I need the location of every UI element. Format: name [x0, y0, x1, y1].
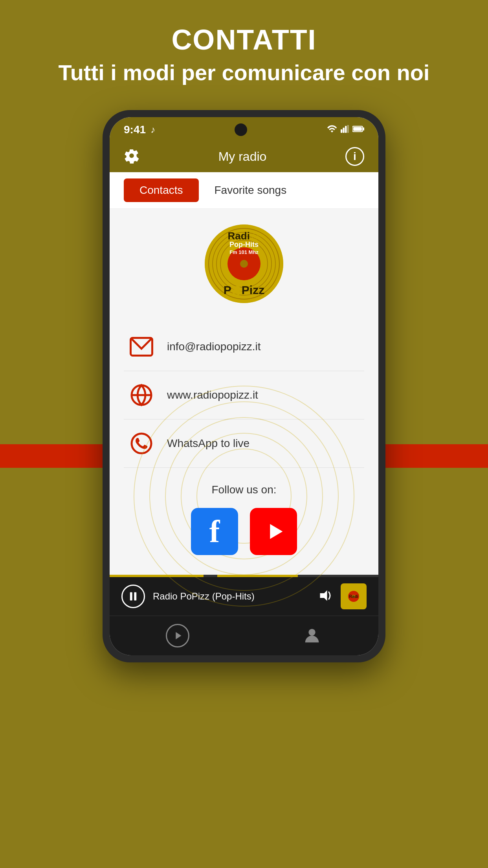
player-thumb-text: Radi — [349, 594, 358, 599]
pause-icon — [128, 591, 139, 602]
svg-marker-30 — [176, 632, 181, 640]
contact-list: info@radiopopizz.it www.radiopopizz.it — [124, 323, 364, 468]
progress-fill-2 — [217, 575, 298, 577]
email-text: info@radiopopizz.it — [167, 340, 261, 353]
radio-subtext: Pop-HitsFm 101 Mhz — [229, 241, 259, 255]
email-icon — [128, 333, 155, 360]
nav-profile-icon — [302, 625, 322, 646]
whatsapp-text: WhatsApp to live — [167, 437, 250, 450]
signal-icon — [341, 125, 349, 134]
svg-rect-2 — [345, 126, 347, 133]
nav-play-icon — [172, 630, 183, 641]
phone-frame: 9:41 ♪ — [103, 110, 385, 662]
follow-section: Follow us on: f — [124, 476, 364, 563]
nav-play-circle — [166, 624, 189, 647]
globe-icon — [128, 381, 155, 409]
phone-screen: 9:41 ♪ — [110, 117, 378, 655]
volume-button[interactable] — [318, 590, 333, 603]
svg-rect-1 — [343, 128, 344, 133]
status-time: 9:41 — [124, 123, 146, 136]
svg-rect-3 — [347, 125, 349, 133]
track-name: Radio PoPizz (Pop-Hits) — [153, 591, 310, 602]
svg-point-18 — [240, 260, 248, 268]
page-header: CONTATTI Tutti i modi per comunicare con… — [43, 0, 446, 101]
info-button[interactable]: i — [345, 147, 364, 166]
app-bar: My radio i — [110, 141, 378, 172]
radio-logo: Radi☺ Pop-HitsFm 101 Mhz P◉Pizz — [205, 224, 283, 303]
tabs-bar: Contacts Favorite songs — [110, 172, 378, 209]
youtube-icon — [260, 522, 287, 541]
settings-button[interactable] — [124, 148, 139, 165]
facebook-icon: f — [209, 514, 220, 550]
svg-rect-24 — [130, 592, 132, 601]
bottom-nav — [110, 616, 378, 655]
status-bar: 9:41 ♪ — [110, 117, 378, 141]
follow-label: Follow us on: — [212, 484, 277, 496]
page-subtitle: Tutti i modi per comunicare con noi — [59, 60, 430, 85]
player-thumbnail: Radi — [341, 583, 367, 609]
page-title: CONTATTI — [59, 24, 430, 56]
pause-button[interactable] — [121, 585, 145, 608]
contact-website[interactable]: www.radiopopizz.it — [124, 371, 364, 419]
tab-favorite-songs[interactable]: Favorite songs — [215, 184, 287, 197]
progress-fill-1 — [110, 575, 204, 577]
svg-rect-25 — [134, 592, 136, 601]
status-right-icons — [327, 125, 364, 134]
svg-marker-23 — [270, 524, 283, 539]
svg-point-31 — [308, 629, 315, 636]
battery-icon — [352, 125, 364, 134]
nav-profile[interactable] — [302, 624, 322, 647]
contact-whatsapp[interactable]: WhatsApp to live — [124, 419, 364, 468]
svg-rect-0 — [341, 129, 342, 133]
svg-point-22 — [132, 434, 151, 453]
svg-rect-6 — [353, 127, 362, 131]
camera-notch — [235, 123, 247, 136]
youtube-button[interactable] — [250, 508, 297, 555]
facebook-button[interactable]: f — [191, 508, 238, 555]
radio-text-bottom: P◉Pizz — [224, 283, 264, 297]
social-buttons: f — [191, 508, 297, 555]
tab-contacts[interactable]: Contacts — [124, 178, 199, 202]
wifi-icon — [327, 125, 338, 134]
phone-mockup: 9:41 ♪ — [103, 110, 385, 662]
website-text: www.radiopopizz.it — [167, 389, 258, 401]
bottom-player: Radio PoPizz (Pop-Hits) Radi — [110, 577, 378, 616]
music-note-icon: ♪ — [150, 124, 155, 135]
whatsapp-icon — [128, 430, 155, 457]
nav-play[interactable] — [166, 624, 189, 647]
content-area: Radi☺ Pop-HitsFm 101 Mhz P◉Pizz — [110, 209, 378, 575]
svg-marker-26 — [320, 590, 327, 601]
contact-email[interactable]: info@radiopopizz.it — [124, 323, 364, 371]
app-bar-title: My radio — [218, 149, 267, 164]
svg-rect-5 — [363, 127, 364, 131]
volume-icon — [318, 590, 333, 601]
